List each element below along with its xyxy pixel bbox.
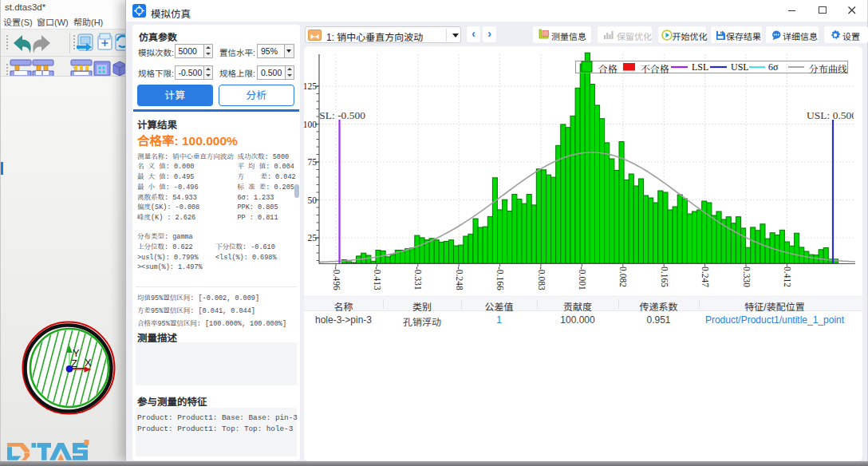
svg-text:X: X: [85, 357, 92, 369]
